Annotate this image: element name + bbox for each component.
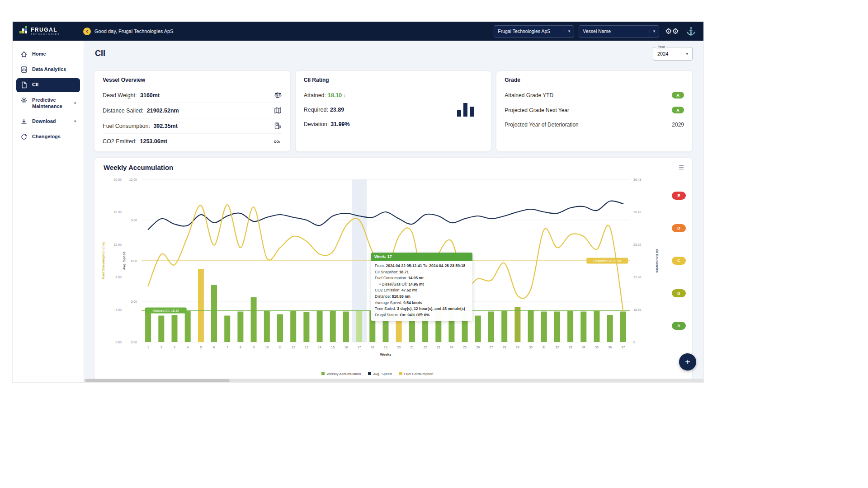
- cii-document-icon: [20, 81, 28, 89]
- line-avg-speed[interactable]: [148, 201, 623, 230]
- bar-week-10[interactable]: [264, 311, 270, 342]
- greeting-text: Good day, Frugal Technologies ApS: [94, 28, 174, 34]
- bar-week-16[interactable]: [343, 312, 349, 343]
- year-select-label: Year: [656, 45, 666, 49]
- brand-subtitle: TECHNOLOGIES: [31, 33, 60, 36]
- sidebar-item-label: Predictive Maintenance: [32, 97, 70, 110]
- greeting-badge-icon: ‹: [83, 28, 91, 35]
- year-select[interactable]: Year 2024 ▾: [653, 47, 693, 61]
- anchor-icon[interactable]: ⚓: [685, 28, 697, 35]
- chevron-down-icon: ▾: [74, 119, 76, 124]
- sidebar-nav: HomeData AnalyticsCIIPredictive Maintena…: [13, 47, 84, 144]
- bar-week-33[interactable]: [567, 311, 573, 342]
- bar-week-11[interactable]: [277, 314, 283, 343]
- sidebar-item-predictive-maintenance[interactable]: Predictive Maintenance▾: [16, 94, 80, 113]
- bar-week-28[interactable]: [501, 311, 507, 342]
- svg-text:26: 26: [476, 346, 480, 349]
- bar-week-2[interactable]: [158, 316, 164, 343]
- svg-text:36: 36: [608, 346, 612, 349]
- bar-week-14[interactable]: [317, 311, 323, 342]
- bar-week-36[interactable]: [607, 315, 613, 342]
- bar-week-17[interactable]: [356, 311, 362, 342]
- legend-item-avg-speed[interactable]: Avg. Speed: [368, 372, 392, 376]
- vessel-overview-title: Vessel Overview: [103, 77, 282, 83]
- add-button[interactable]: +: [679, 353, 696, 371]
- cii-boundary-badge-c[interactable]: C: [672, 257, 686, 265]
- bar-week-31[interactable]: [541, 312, 547, 343]
- svg-text:28: 28: [503, 346, 506, 349]
- co2-icon: CO2: [274, 137, 282, 145]
- sidebar-item-label: Changelogs: [32, 134, 61, 140]
- vessel-select[interactable]: Vessel Name ▾: [579, 25, 659, 38]
- bar-week-27[interactable]: [488, 312, 494, 343]
- page-title: CII: [95, 49, 105, 58]
- svg-text:20.00: 20.00: [113, 178, 122, 181]
- gears-icon[interactable]: ⚙⚙: [664, 28, 680, 35]
- svg-text:24: 24: [450, 346, 453, 349]
- logo-mark-icon: [19, 26, 28, 37]
- cii-boundary-badge-e[interactable]: E: [672, 192, 686, 200]
- bar-week-26[interactable]: [475, 316, 481, 343]
- svg-text:3.00: 3.00: [131, 300, 137, 303]
- svg-text:18.63: 18.63: [633, 308, 642, 311]
- cii-boundary-badge-a[interactable]: A: [672, 322, 686, 330]
- year-select-value: 2024: [657, 51, 668, 56]
- legend-item-weekly-accumulation[interactable]: Weekly Accumulation: [321, 372, 361, 376]
- bar-week-4[interactable]: [185, 311, 191, 342]
- horizontal-scrollbar[interactable]: [84, 379, 703, 382]
- svg-text:0: 0: [633, 341, 635, 344]
- grade-badge: A: [672, 92, 684, 99]
- frugal-logo[interactable]: FRUGAL TECHNOLOGIES: [19, 26, 83, 37]
- grade-value: 2029: [672, 122, 684, 128]
- vessel-overview-row: CO2 Emitted: 1253.06mtCO2: [103, 134, 282, 149]
- sidebar-item-changelogs[interactable]: Changelogs: [16, 130, 80, 144]
- svg-text:5: 5: [200, 346, 202, 349]
- bar-week-8[interactable]: [237, 312, 243, 343]
- tooltip-line: Fuel Consumption: 14.95 mt: [375, 275, 469, 282]
- bar-week-29[interactable]: [514, 307, 520, 342]
- sidebar-item-cii[interactable]: CII: [16, 78, 80, 92]
- bar-week-35[interactable]: [594, 311, 600, 342]
- analytics-icon: [20, 66, 28, 73]
- cii-boundary-badge-d[interactable]: D: [672, 224, 686, 232]
- bar-week-12[interactable]: [290, 311, 296, 342]
- chart-title: Weekly Accumulation: [104, 164, 173, 171]
- arrow-down-icon: ↓: [343, 92, 346, 99]
- cii-rating-row: Deviation:31.99%: [304, 117, 350, 131]
- bar-week-32[interactable]: [554, 312, 560, 343]
- chevron-down-icon: ▾: [686, 52, 688, 56]
- svg-text:37: 37: [622, 346, 625, 349]
- navbar-right: Frugal Technologies ApS ▾ Vessel Name ▾ …: [494, 25, 697, 38]
- company-select[interactable]: Frugal Technologies ApS ▾: [494, 25, 574, 38]
- weekly-accumulation-card: Weekly Accumulation ☰ Attained CII: 18.1…: [94, 157, 693, 380]
- bar-week-34[interactable]: [580, 312, 586, 343]
- svg-text:25.32: 25.32: [633, 243, 642, 246]
- chart-menu-icon[interactable]: ☰: [679, 164, 684, 171]
- svg-text:22: 22: [424, 346, 427, 349]
- fuel-axis-title: Fuel Consumption (mt): [101, 242, 105, 279]
- bar-week-5[interactable]: [198, 269, 204, 342]
- vessel-select-value: Vessel Name: [583, 28, 611, 34]
- bar-week-13[interactable]: [303, 312, 309, 342]
- svg-text:22.46: 22.46: [633, 276, 642, 279]
- scrollbar-thumb[interactable]: [85, 379, 230, 382]
- svg-text:16.00: 16.00: [113, 211, 122, 214]
- sidebar-item-download[interactable]: Download▾: [16, 115, 80, 129]
- bar-week-15[interactable]: [330, 311, 336, 342]
- svg-text:25: 25: [463, 346, 467, 349]
- cii-boundary-badge-b[interactable]: B: [672, 289, 686, 297]
- grade-row: Projected Year of Deterioration2029: [505, 117, 684, 132]
- tooltip-line: Distance: 810.55 nm: [375, 294, 469, 300]
- bar-week-30[interactable]: [528, 310, 534, 343]
- bar-week-7[interactable]: [224, 316, 230, 343]
- bar-week-1[interactable]: [145, 311, 151, 342]
- bar-week-6[interactable]: [211, 285, 217, 342]
- summary-cards-row: Vessel Overview Dead Weight: 3160mtDista…: [94, 70, 693, 152]
- bar-week-9[interactable]: [251, 297, 257, 342]
- bar-week-37[interactable]: [620, 312, 626, 343]
- sidebar-item-data-analytics[interactable]: Data Analytics: [16, 63, 80, 77]
- bar-week-3[interactable]: [172, 315, 178, 342]
- legend-item-fuel-consumption[interactable]: Fuel Consumption: [399, 372, 434, 376]
- sidebar-item-home[interactable]: Home: [16, 47, 80, 61]
- svg-text:Attained CII: 18.10: Attained CII: 18.10: [153, 309, 179, 312]
